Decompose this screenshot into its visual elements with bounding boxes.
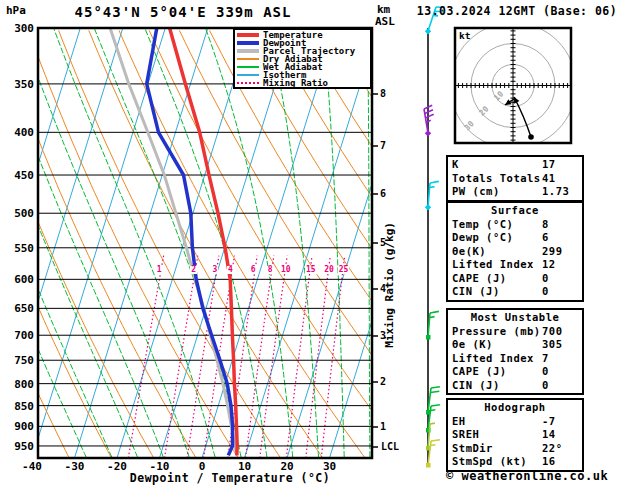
table-row-value: 12 — [542, 258, 578, 272]
wind-barb-station-marker — [425, 130, 431, 136]
table-row: Pressure (mb)700 — [452, 325, 578, 339]
pressure-tick-label: 700 — [2, 329, 34, 342]
table-row: K17 — [452, 158, 578, 172]
lcl-label: LCL — [381, 441, 399, 452]
pressure-tick-label: 450 — [2, 169, 34, 182]
mixing-ratio-line — [165, 256, 198, 458]
dry-adiabat-line — [89, 30, 323, 458]
mixing-ratio-value-label: 25 — [338, 266, 350, 274]
pressure-tick-label: 650 — [2, 302, 34, 315]
pressure-tick-label: 750 — [2, 354, 34, 367]
pressure-tick-label: 800 — [2, 378, 34, 391]
table-row: CAPE (J)0 — [452, 365, 578, 379]
pressure-tick-label: 350 — [2, 78, 34, 91]
surface-table-header: Surface — [452, 204, 578, 218]
mixing-ratio-value-label: 20 — [323, 266, 335, 274]
table-row-label: Dewp (°C) — [452, 231, 542, 245]
wet-adiabat-line — [206, 28, 293, 457]
wind-barb-station-marker — [425, 28, 431, 34]
wet-adiabat-line — [94, 28, 241, 457]
wind-barb-half-feather — [430, 423, 435, 424]
mixing-ratio-value-label: 6 — [250, 266, 257, 274]
run-date-title: 13.03.2024 12GMT (Base: 06) — [405, 4, 629, 18]
surface-table: Surface Temp (°C)8Dewp (°C)6θe(K)299Lift… — [446, 201, 584, 302]
wind-barb-half-feather — [430, 317, 435, 318]
table-row: θe(K)299 — [452, 245, 578, 259]
table-row: Lifted Index12 — [452, 258, 578, 272]
table-row-value: 6 — [542, 231, 578, 245]
pressure-tick-label: 500 — [2, 207, 34, 220]
legend-swatch-thin — [237, 66, 259, 68]
temp-tick-label: 20 — [267, 460, 307, 473]
mixing-ratio-value-label: 2 — [190, 266, 197, 274]
legend-swatch-dotted — [237, 82, 259, 84]
legend-swatch-thick — [237, 49, 259, 53]
copyright-label: © weatheronline.co.uk — [446, 469, 608, 483]
table-row-value: 305 — [542, 338, 578, 352]
table-row-label: Totals Totals — [452, 172, 542, 186]
indices-table-rows: K17Totals Totals41PW (cm)1.73 — [452, 158, 578, 199]
table-row: Temp (°C)8 — [452, 218, 578, 232]
mixing-ratio-value-label: 1 — [156, 266, 163, 274]
pressure-tick-label: 400 — [2, 126, 34, 139]
table-row-label: CIN (J) — [452, 379, 542, 393]
table-row: Lifted Index7 — [452, 352, 578, 366]
chart-frame — [38, 28, 372, 458]
most-unstable-table-rows: Pressure (mb)700θe (K)305Lifted Index7CA… — [452, 325, 578, 393]
dry-adiabat-line — [59, 30, 281, 458]
table-row-label: CAPE (J) — [452, 365, 542, 379]
mixing-ratio-value-label: 8 — [267, 266, 274, 274]
km-tick-label: 8 — [380, 88, 386, 99]
pressure-tick-label: 550 — [2, 242, 34, 255]
table-row-label: EH — [452, 415, 542, 429]
legend-item: Mixing Ratio — [237, 79, 368, 87]
legend-swatch-thin — [237, 74, 259, 76]
table-row-value: 22° — [542, 442, 578, 456]
km-tick-label: 7 — [380, 140, 386, 151]
pressure-tick-label: 600 — [2, 273, 34, 286]
km-tick-label: 4 — [380, 283, 386, 294]
table-row: SREH14 — [452, 428, 578, 442]
legend-label: Mixing Ratio — [263, 79, 328, 87]
mixing-ratio-value-label: 4 — [227, 266, 234, 274]
table-row-value: 0 — [542, 285, 578, 299]
temp-tick-label: -10 — [140, 460, 180, 473]
wind-barb-feather — [430, 391, 439, 392]
table-row-label: StmSpd (kt) — [452, 455, 542, 469]
table-row: CIN (J)0 — [452, 285, 578, 299]
table-row-value: 16 — [542, 455, 578, 469]
pressure-tick-label: 300 — [2, 22, 34, 35]
table-row: θe (K)305 — [452, 338, 578, 352]
table-row-label: Lifted Index — [452, 258, 542, 272]
station-title: 45°43'N 5°04'E 339m ASL — [38, 4, 328, 20]
table-row-value: 8 — [542, 218, 578, 232]
table-row: EH-7 — [452, 415, 578, 429]
x-axis-label: Dewpoint / Temperature (°C) — [90, 471, 370, 485]
sounding-diagram-page: 102030 hPa 45°43'N 5°04'E 339m ASL km AS… — [0, 0, 629, 486]
temp-tick-label: 30 — [310, 460, 350, 473]
parcel-trajectory-curve — [110, 28, 237, 455]
wet-adiabat-line — [20, 28, 189, 457]
indices-table: K17Totals Totals41PW (cm)1.73 — [446, 155, 584, 202]
wind-barb-half-feather — [430, 410, 435, 411]
table-row-value: 1.73 — [542, 185, 578, 199]
hodograph-table: Hodograph EH-7SREH14StmDir22°StmSpd (kt)… — [446, 398, 584, 472]
table-row-value: 17 — [542, 158, 578, 172]
legend-swatch-thick — [237, 33, 259, 37]
temp-tick-label: 10 — [225, 460, 265, 473]
table-row-label: θe(K) — [452, 245, 542, 259]
hodograph-ring-label: 30 — [463, 119, 476, 132]
wind-barb-half-feather — [430, 187, 435, 188]
table-row-value: 41 — [542, 172, 578, 186]
wet-adiabat-line — [323, 28, 344, 457]
legend-swatch-thin — [237, 58, 259, 60]
table-row: PW (cm)1.73 — [452, 185, 578, 199]
wind-barb-station-marker — [426, 463, 431, 468]
hodograph-start-dot — [528, 134, 534, 140]
isotherm-line — [287, 28, 420, 458]
temp-tick-label: 0 — [182, 460, 222, 473]
hodograph-ring-label: 20 — [477, 104, 490, 117]
table-row: CAPE (J)0 — [452, 272, 578, 286]
hodograph-unit-label: kt — [459, 30, 470, 41]
km-tick-label: 1 — [380, 421, 386, 432]
